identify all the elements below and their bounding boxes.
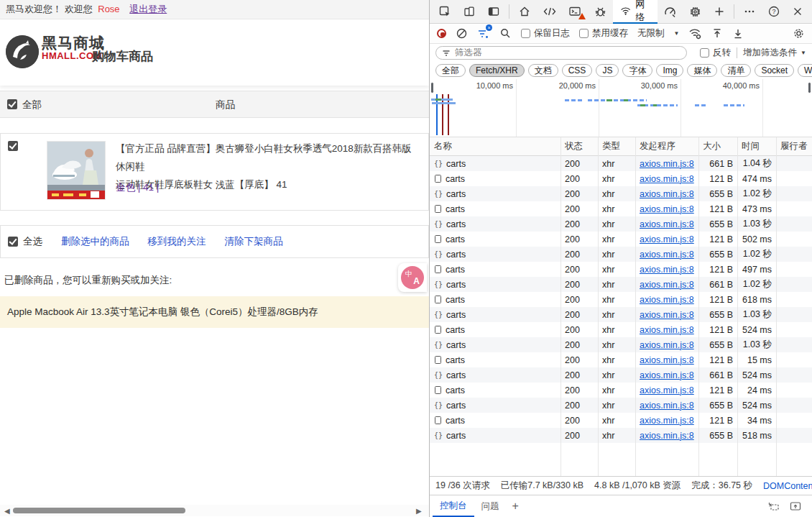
- device-emulation-icon[interactable]: [457, 0, 481, 23]
- request-initiator[interactable]: axios.min.js:8: [640, 159, 694, 169]
- request-initiator[interactable]: axios.min.js:8: [640, 401, 694, 411]
- request-initiator[interactable]: axios.min.js:8: [640, 370, 694, 380]
- import-har-icon[interactable]: [711, 27, 723, 40]
- column-time[interactable]: 时间: [737, 137, 776, 155]
- request-initiator[interactable]: axios.min.js:8: [640, 265, 694, 275]
- overview-left-handle[interactable]: [430, 82, 434, 93]
- inspect-element-icon[interactable]: [433, 0, 457, 23]
- filter-pill-js[interactable]: JS: [596, 64, 619, 77]
- clear-network-log-icon[interactable]: [456, 27, 468, 40]
- option-size-link[interactable]: 41: [143, 182, 154, 193]
- console-drawer-tab[interactable]: 控制台: [433, 495, 474, 517]
- filter-pill-socket[interactable]: Socket: [755, 64, 794, 77]
- translate-widget[interactable]: 中 A: [398, 263, 427, 292]
- request-initiator[interactable]: axios.min.js:8: [640, 295, 694, 305]
- column-initiator[interactable]: 发起程序: [635, 137, 698, 155]
- disable-cache-checkbox[interactable]: [579, 29, 589, 38]
- network-request-row[interactable]: carts200xhraxios.min.js:8121 B502 ms: [430, 232, 812, 247]
- network-request-row[interactable]: {}carts200xhraxios.min.js:8655 B1.02 秒: [430, 247, 812, 262]
- network-request-row[interactable]: {}carts200xhraxios.min.js:8655 B1.03 秒: [430, 216, 812, 232]
- scroll-right-arrow[interactable]: ▶: [416, 507, 422, 515]
- network-request-row[interactable]: carts200xhraxios.min.js:8121 B473 ms: [430, 201, 812, 216]
- request-initiator[interactable]: axios.min.js:8: [640, 340, 694, 350]
- column-type[interactable]: 类型: [598, 137, 635, 155]
- more-options-icon[interactable]: [737, 0, 762, 23]
- filter-toggle-icon[interactable]: ×: [477, 27, 490, 40]
- network-request-row[interactable]: carts200xhraxios.min.js:8121 B497 ms: [430, 262, 812, 277]
- filter-pill--[interactable]: 文档: [528, 64, 558, 77]
- filter-pill--[interactable]: 清单: [721, 64, 751, 77]
- request-initiator[interactable]: axios.min.js:8: [640, 174, 694, 184]
- column-status[interactable]: 状态: [560, 137, 598, 155]
- filter-input[interactable]: 筛选器: [435, 46, 687, 60]
- network-request-row[interactable]: {}carts200xhraxios.min.js:8661 B1.02 秒: [430, 277, 812, 292]
- record-network-log-button[interactable]: [437, 29, 446, 38]
- network-request-row[interactable]: {}carts200xhraxios.min.js:8655 B524 ms: [430, 398, 812, 413]
- network-tab[interactable]: 网络: [613, 0, 658, 24]
- preserve-log-checkbox[interactable]: [521, 29, 530, 38]
- column-name[interactable]: 名称: [430, 137, 560, 155]
- invert-filter-checkbox[interactable]: [700, 48, 709, 58]
- network-conditions-icon[interactable]: [688, 27, 702, 40]
- request-initiator[interactable]: axios.min.js:8: [640, 204, 694, 214]
- network-settings-gear-icon[interactable]: [793, 27, 805, 40]
- filter-pill-wasm[interactable]: Wasm: [798, 64, 812, 77]
- cart-action-link[interactable]: 移到我的关注: [148, 235, 206, 248]
- request-initiator[interactable]: axios.min.js:8: [640, 234, 694, 244]
- column-size[interactable]: 大小: [698, 137, 737, 155]
- network-request-row[interactable]: carts200xhraxios.min.js:8121 B474 ms: [430, 171, 812, 186]
- throttling-dropdown[interactable]: 无限制: [637, 27, 665, 40]
- network-request-row[interactable]: carts200xhraxios.min.js:8121 B524 ms: [430, 322, 812, 337]
- filter-pill-css[interactable]: CSS: [562, 64, 593, 77]
- filter-pill--[interactable]: 全部: [435, 64, 466, 77]
- network-request-row[interactable]: carts200xhraxios.min.js:8121 B618 ms: [430, 292, 812, 307]
- console-tab-icon[interactable]: [563, 0, 588, 23]
- select-all-checkbox[interactable]: [8, 237, 18, 247]
- request-initiator[interactable]: axios.min.js:8: [640, 416, 694, 426]
- more-filters-dropdown[interactable]: 增加筛选条件 ▼: [743, 47, 806, 59]
- cart-action-link[interactable]: 清除下架商品: [225, 235, 283, 248]
- request-initiator[interactable]: axios.min.js:8: [640, 189, 694, 199]
- help-icon[interactable]: ?: [762, 0, 786, 23]
- product-image[interactable]: [47, 141, 106, 200]
- request-initiator[interactable]: axios.min.js:8: [640, 355, 694, 365]
- request-initiator[interactable]: axios.min.js:8: [640, 310, 694, 320]
- dock-side-icon[interactable]: [481, 0, 506, 23]
- network-request-row[interactable]: {}carts200xhraxios.min.js:8655 B518 ms: [430, 428, 812, 443]
- scroll-left-arrow[interactable]: ◀: [4, 507, 10, 515]
- request-initiator[interactable]: axios.min.js:8: [640, 219, 694, 229]
- request-initiator[interactable]: axios.min.js:8: [640, 250, 694, 260]
- product-title[interactable]: 【官方正品 品牌直营】奥古狮登小白鞋女秋季透气2018新款百搭韩版休闲鞋 运动鞋…: [116, 139, 415, 193]
- search-network-icon[interactable]: [499, 27, 512, 40]
- filter-pill--[interactable]: 字体: [622, 64, 652, 77]
- cart-action-link[interactable]: 删除选中的商品: [61, 235, 129, 248]
- select-all-header-checkbox[interactable]: [7, 99, 17, 109]
- hmall-logo[interactable]: [6, 35, 39, 68]
- more-tabs-plus-icon[interactable]: [708, 0, 731, 23]
- option-color-link[interactable]: 金色: [116, 182, 135, 193]
- elements-tab-icon[interactable]: [537, 0, 563, 23]
- network-request-row[interactable]: {}carts200xhraxios.min.js:8655 B1.03 秒: [430, 307, 812, 322]
- drawer-rotate-icon[interactable]: [767, 500, 780, 512]
- network-request-row[interactable]: {}carts200xhraxios.min.js:8661 B524 ms: [430, 367, 812, 383]
- performance-tab-icon[interactable]: [658, 0, 683, 23]
- sources-debug-icon[interactable]: [588, 0, 613, 23]
- item-checkbox[interactable]: [8, 141, 18, 151]
- network-request-row[interactable]: carts200xhraxios.min.js:8121 B24 ms: [430, 383, 812, 398]
- request-initiator[interactable]: axios.min.js:8: [640, 280, 694, 290]
- drawer-expand-icon[interactable]: [789, 500, 802, 512]
- export-har-icon[interactable]: [732, 27, 744, 40]
- issues-drawer-tab[interactable]: 问题: [474, 495, 507, 517]
- network-request-row[interactable]: carts200xhraxios.min.js:8121 B34 ms: [430, 413, 812, 428]
- overview-right-handle[interactable]: [808, 82, 811, 93]
- column-fulfilled-by[interactable]: 履行者: [776, 137, 812, 155]
- filter-pill-img[interactable]: Img: [656, 64, 683, 77]
- memory-tab-icon[interactable]: [683, 0, 708, 23]
- request-initiator[interactable]: axios.min.js:8: [640, 431, 694, 441]
- network-overview-timeline[interactable]: 10,000 ms 20,000 ms 30,000 ms 40,000 ms: [430, 79, 812, 137]
- request-initiator[interactable]: axios.min.js:8: [640, 325, 694, 335]
- network-request-row[interactable]: {}carts200xhraxios.min.js:8655 B1.02 秒: [430, 186, 812, 201]
- logout-link[interactable]: 退出登录: [129, 4, 167, 14]
- add-drawer-tab-icon[interactable]: +: [507, 500, 525, 513]
- request-initiator[interactable]: axios.min.js:8: [640, 385, 694, 395]
